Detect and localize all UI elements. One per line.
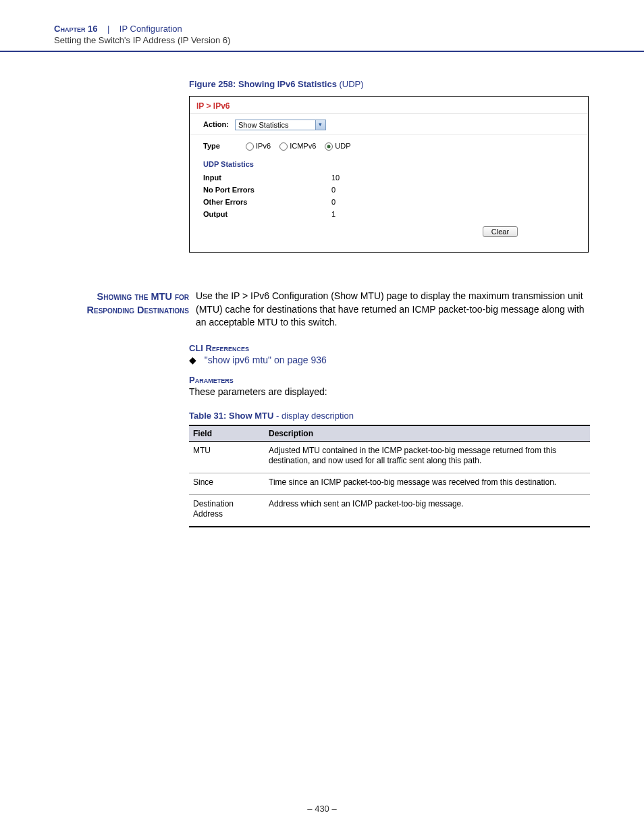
table-caption: Table 31: Show MTU - display description [189, 411, 590, 421]
stats-section-title: UDP Statistics [203, 160, 574, 168]
stat-row: Input10 [203, 174, 574, 182]
bullet-icon: ◆ [189, 355, 202, 365]
clear-button[interactable]: Clear [483, 226, 518, 237]
chapter-title: IP Configuration [119, 24, 182, 34]
header-separator [100, 24, 105, 34]
table-row: Since Time since an ICMP packet-too-big … [189, 473, 590, 494]
table-header-field: Field [189, 425, 265, 442]
parameters-intro: These parameters are displayed: [189, 386, 590, 397]
stat-row: Output1 [203, 210, 574, 218]
table-row: MTU Adjusted MTU contained in the ICMP p… [189, 441, 590, 473]
page-number: – 430 – [0, 804, 644, 814]
stat-row: No Port Errors0 [203, 186, 574, 194]
type-label: Type [203, 142, 237, 150]
cli-link[interactable]: "show ipv6 mtu" on page 936 [205, 355, 327, 365]
stat-row: Other Errors0 [203, 198, 574, 206]
radio-udp[interactable] [325, 142, 333, 151]
figure-caption: Figure 258: Showing IPv6 Statistics (UDP… [189, 79, 590, 89]
action-select[interactable]: Show Statistics [235, 120, 316, 130]
cli-references-heading: CLI References [189, 343, 590, 353]
breadcrumb: IP > IPv6 [196, 101, 230, 111]
page-header: Chapter 16 | IP Configuration Setting th… [0, 0, 644, 52]
table-row: Destination Address Address which sent a… [189, 494, 590, 527]
radio-ipv6[interactable] [246, 142, 254, 151]
action-label: Action: [203, 120, 229, 128]
radio-icmpv6[interactable] [279, 142, 288, 151]
chapter-subtitle: Setting the Switch's IP Address (IP Vers… [54, 35, 590, 45]
table-header-desc: Description [265, 425, 590, 442]
parameters-heading: Parameters [189, 375, 590, 385]
parameter-table: Field Description MTU Adjusted MTU conta… [189, 425, 590, 527]
screenshot-panel: IP > IPv6 Action: Show Statistics▾ Type … [189, 96, 589, 253]
section-body: Use the IP > IPv6 Configuration (Show MT… [196, 290, 590, 330]
section-heading: Showing the MTU for Responding Destinati… [54, 290, 196, 330]
chapter-label: Chapter 16 [54, 24, 97, 34]
dropdown-icon[interactable]: ▾ [316, 120, 326, 130]
